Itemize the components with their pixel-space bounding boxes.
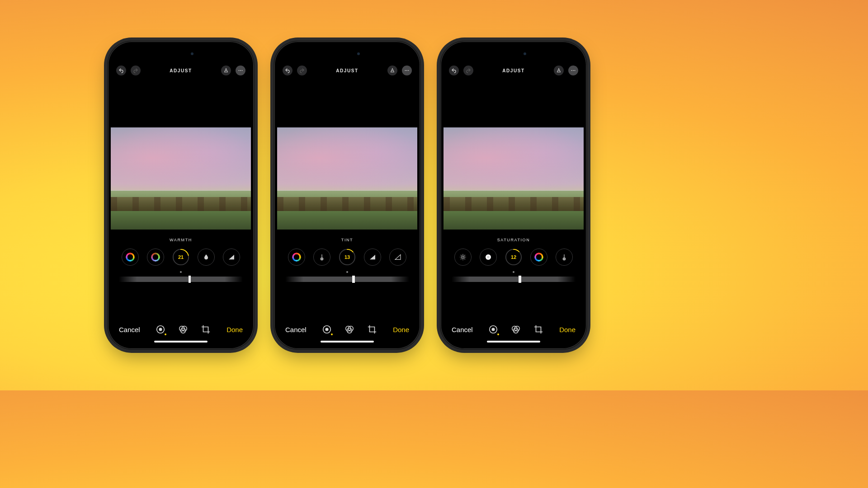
crop-tab-icon[interactable] bbox=[201, 324, 211, 334]
vignette-icon[interactable] bbox=[480, 249, 497, 266]
svg-point-27 bbox=[487, 256, 489, 258]
svg-point-10 bbox=[405, 70, 406, 71]
undo-button[interactable] bbox=[116, 66, 126, 75]
home-indicator[interactable] bbox=[154, 341, 208, 343]
svg-point-6 bbox=[160, 328, 162, 331]
adjust-parameter-row: 12 bbox=[443, 249, 584, 266]
color-balance-icon[interactable] bbox=[122, 249, 139, 266]
svg-point-33 bbox=[492, 328, 495, 331]
value-slider[interactable]: for(let i=0;i<50;i++)document.write('<di… bbox=[443, 270, 584, 285]
parameter-label: WARMTH bbox=[111, 238, 251, 242]
svg-point-25 bbox=[462, 256, 464, 258]
dynamic-island bbox=[493, 48, 534, 60]
editor-topbar: ADJUST bbox=[277, 64, 417, 77]
home-indicator[interactable] bbox=[321, 341, 374, 343]
markup-button[interactable] bbox=[387, 66, 397, 75]
adjust-tab-icon[interactable] bbox=[488, 324, 498, 334]
photo-preview[interactable] bbox=[111, 127, 251, 230]
cancel-button[interactable]: Cancel bbox=[452, 326, 473, 333]
adjust-tab-icon[interactable] bbox=[156, 324, 165, 334]
editor-bottombar: Cancel Done bbox=[111, 324, 251, 334]
screen-title: ADJUST bbox=[502, 68, 525, 73]
svg-point-0 bbox=[238, 70, 239, 71]
warmth-icon[interactable] bbox=[313, 249, 330, 266]
svg-point-1 bbox=[240, 70, 241, 71]
parameter-label: TINT bbox=[277, 238, 417, 242]
filters-tab-icon[interactable] bbox=[344, 324, 354, 334]
redo-button[interactable] bbox=[131, 66, 141, 75]
parameter-value-selected[interactable]: 12 bbox=[505, 249, 522, 266]
editor-bottombar: Cancel Done bbox=[443, 324, 584, 334]
redo-button[interactable] bbox=[463, 66, 473, 75]
done-button[interactable]: Done bbox=[226, 326, 243, 333]
shadows-icon[interactable] bbox=[389, 249, 406, 266]
photo-preview[interactable] bbox=[277, 127, 417, 230]
screen-title: ADJUST bbox=[336, 68, 359, 73]
redo-button[interactable] bbox=[297, 66, 307, 75]
phone-mockup: ADJUST WARMTH 21 bbox=[108, 42, 254, 349]
svg-point-14 bbox=[321, 258, 322, 259]
editor-topbar: ADJUST bbox=[443, 64, 584, 77]
cancel-button[interactable]: Cancel bbox=[119, 326, 140, 333]
hue-icon[interactable] bbox=[147, 249, 164, 266]
filters-tab-icon[interactable] bbox=[511, 324, 521, 334]
color-balance-icon[interactable] bbox=[530, 249, 547, 266]
more-button[interactable] bbox=[236, 66, 245, 75]
crop-tab-icon[interactable] bbox=[367, 324, 377, 334]
editor-topbar: ADJUST bbox=[111, 64, 251, 77]
svg-point-31 bbox=[564, 258, 565, 259]
crop-tab-icon[interactable] bbox=[533, 324, 543, 334]
svg-point-24 bbox=[574, 70, 575, 71]
undo-button[interactable] bbox=[449, 66, 459, 75]
home-indicator[interactable] bbox=[487, 341, 540, 343]
svg-point-23 bbox=[573, 70, 574, 71]
svg-point-2 bbox=[241, 70, 242, 71]
brightness-icon[interactable] bbox=[454, 249, 472, 266]
parameter-label: SATURATION bbox=[443, 238, 584, 242]
svg-point-18 bbox=[326, 328, 329, 331]
screen-title: ADJUST bbox=[170, 68, 192, 73]
adjust-parameter-row: 21 bbox=[111, 249, 251, 266]
photo-preview[interactable] bbox=[443, 127, 584, 230]
adjust-tab-icon[interactable] bbox=[322, 324, 332, 334]
phone-mockup: ADJUST TINT 13 for(let i=0 bbox=[274, 42, 420, 349]
blackpoint-icon[interactable] bbox=[198, 249, 215, 266]
value-slider[interactable]: for(let i=0;i<50;i++)document.write('<di… bbox=[111, 270, 251, 285]
phone-mockup: ADJUST SATURATION 12 bbox=[441, 42, 586, 349]
undo-button[interactable] bbox=[283, 66, 292, 75]
dynamic-island bbox=[326, 48, 368, 60]
svg-point-22 bbox=[571, 70, 572, 71]
color-balance-icon[interactable] bbox=[288, 249, 305, 266]
svg-point-11 bbox=[406, 70, 407, 71]
contrast-icon[interactable] bbox=[223, 249, 240, 266]
parameter-value-selected[interactable]: 13 bbox=[339, 249, 356, 266]
more-button[interactable] bbox=[402, 66, 412, 75]
editor-bottombar: Cancel Done bbox=[277, 324, 417, 334]
warmth-icon[interactable] bbox=[556, 249, 573, 266]
markup-button[interactable] bbox=[221, 66, 231, 75]
svg-point-12 bbox=[408, 70, 409, 71]
dynamic-island bbox=[160, 48, 202, 60]
cancel-button[interactable]: Cancel bbox=[285, 326, 307, 333]
filters-tab-icon[interactable] bbox=[178, 324, 188, 334]
contrast-icon[interactable] bbox=[364, 249, 381, 266]
markup-button[interactable] bbox=[554, 66, 564, 75]
adjust-parameter-row: 13 bbox=[277, 249, 417, 266]
value-slider[interactable]: for(let i=0;i<50;i++)document.write('<di… bbox=[277, 270, 417, 285]
done-button[interactable]: Done bbox=[559, 326, 576, 333]
done-button[interactable]: Done bbox=[393, 326, 409, 333]
more-button[interactable] bbox=[568, 66, 578, 75]
parameter-value-selected[interactable]: 21 bbox=[172, 249, 189, 266]
